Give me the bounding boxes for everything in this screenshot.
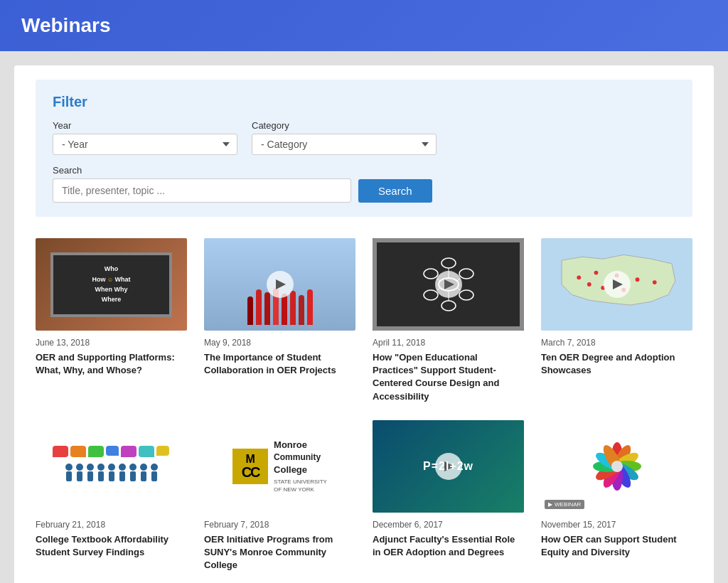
webinar-card: MCC Monroe Community College STATE UNIVE… — [204, 420, 355, 572]
webinar-title: The Importance of Student Collaboration … — [204, 351, 355, 377]
year-label: Year — [53, 120, 237, 131]
webinar-card: March 7, 2018 Ten OER Degree and Adoptio… — [541, 238, 692, 403]
svg-point-4 — [441, 301, 456, 311]
svg-point-52 — [611, 461, 623, 472]
filter-title: Filter — [53, 94, 675, 110]
svg-rect-33 — [119, 471, 125, 481]
webinar-date: April 11, 2018 — [373, 338, 524, 348]
svg-rect-27 — [87, 471, 93, 481]
svg-rect-29 — [98, 471, 104, 481]
svg-point-5 — [424, 290, 438, 300]
svg-point-32 — [119, 464, 126, 471]
webinar-thumbnail[interactable] — [36, 420, 187, 513]
svg-rect-39 — [151, 471, 157, 481]
search-button[interactable]: Search — [358, 179, 432, 203]
svg-point-14 — [577, 275, 581, 279]
webinar-title: Adjunct Faculty's Essential Role in OER … — [373, 533, 524, 559]
page-title: Webinars — [21, 14, 707, 37]
main-content: Filter Year - Year 2018 2017 2016 Catego… — [14, 65, 714, 583]
webinar-title: How OER can Support Student Equity and D… — [541, 533, 692, 559]
webinar-title: OER Initiative Programs from SUNY's Monr… — [204, 533, 355, 572]
svg-rect-35 — [130, 471, 136, 481]
svg-point-34 — [129, 464, 136, 471]
svg-point-15 — [594, 271, 599, 275]
svg-point-24 — [76, 464, 83, 471]
webinar-card: April 11, 2018 How "Open Educational Pra… — [373, 238, 524, 403]
category-select[interactable]: - Category OER Open Access Student Succe… — [252, 134, 437, 155]
webinar-date: December 6, 2017 — [373, 520, 524, 530]
webinar-card: P=2l+2w December 6, 2017 Adjunct Faculty… — [373, 420, 524, 572]
webinar-card: ▶ WEBINAR November 15, 2017 How OER can … — [541, 420, 692, 572]
svg-point-26 — [87, 464, 94, 471]
webinar-thumbnail[interactable] — [373, 238, 524, 331]
webinar-title: Ten OER Degree and Adoption Showcases — [541, 351, 692, 377]
svg-point-38 — [151, 464, 158, 471]
webinar-thumbnail[interactable] — [541, 238, 692, 331]
svg-point-3 — [459, 290, 473, 300]
webinar-badge-text: WEBINAR — [555, 501, 581, 508]
svg-rect-31 — [109, 471, 114, 481]
svg-point-1 — [441, 258, 456, 268]
svg-rect-37 — [141, 471, 146, 481]
webinar-thumbnail[interactable]: MCC Monroe Community College STATE UNIVE… — [204, 420, 355, 513]
webinar-thumbnail[interactable]: ▶ WEBINAR — [541, 420, 692, 513]
header: Webinars — [0, 0, 728, 51]
webinar-card: May 9, 2018 The Importance of Student Co… — [204, 238, 355, 403]
svg-rect-25 — [77, 471, 82, 481]
search-label: Search — [53, 165, 675, 176]
svg-point-21 — [587, 282, 592, 287]
webinar-date: May 9, 2018 — [204, 338, 355, 348]
svg-point-17 — [636, 277, 640, 282]
webinar-date: November 15, 2017 — [541, 520, 692, 530]
webinar-thumbnail[interactable]: WhoHow ☺ WhatWhen WhyWhere — [36, 238, 187, 331]
webinar-card: WhoHow ☺ WhatWhen WhyWhere June 13, 2018… — [36, 238, 187, 403]
webinar-thumbnail[interactable]: P=2l+2w — [373, 420, 524, 513]
category-label: Category — [252, 120, 437, 131]
svg-point-28 — [97, 464, 105, 471]
webinar-thumbnail[interactable] — [204, 238, 355, 331]
webinar-date: February 7, 2018 — [204, 520, 355, 530]
svg-point-36 — [140, 464, 147, 471]
svg-point-6 — [424, 269, 438, 279]
webinar-card: February 21, 2018 College Textbook Affor… — [36, 420, 187, 572]
webinar-date: March 7, 2018 — [541, 338, 692, 348]
page-wrapper: Webinars Filter Year - Year 2018 2017 20… — [0, 0, 728, 583]
webinar-date: February 21, 2018 — [36, 520, 187, 530]
webinar-title: College Textbook Affordability Student S… — [36, 533, 187, 559]
svg-rect-23 — [66, 471, 72, 481]
webinars-grid: WhoHow ☺ WhatWhen WhyWhere June 13, 2018… — [36, 238, 692, 572]
svg-point-18 — [653, 280, 657, 284]
webinar-date: June 13, 2018 — [36, 338, 187, 348]
filter-section: Filter Year - Year 2018 2017 2016 Catego… — [36, 80, 692, 217]
search-input[interactable] — [53, 178, 351, 203]
webinar-title: OER and Supporting Platforms: What, Why,… — [36, 351, 187, 377]
svg-point-22 — [65, 464, 73, 471]
webinar-title: How "Open Educational Practices" Support… — [373, 351, 524, 403]
svg-point-30 — [108, 464, 115, 471]
year-select[interactable]: - Year 2018 2017 2016 — [53, 134, 237, 155]
svg-point-2 — [459, 269, 473, 279]
